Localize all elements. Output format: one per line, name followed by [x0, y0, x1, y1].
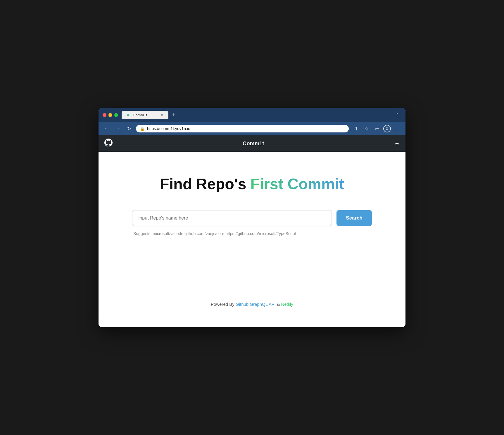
profile-button[interactable]: X [383, 125, 391, 132]
minimize-window-button[interactable] [108, 113, 112, 117]
powered-by-text: Powered By [211, 302, 234, 307]
hero-heading-gradient: First Commit [250, 175, 344, 193]
github-logo-icon [104, 139, 113, 149]
close-window-button[interactable] [103, 113, 106, 117]
sidebar-button[interactable]: ▭ [373, 124, 382, 133]
hero-heading-black: Find Repo's [160, 175, 246, 193]
graphql-api-link[interactable]: Github GraphQL API [236, 302, 276, 307]
active-tab[interactable]: Comm1t × [122, 111, 168, 119]
tab-menu-button[interactable]: ˅ [393, 111, 401, 119]
back-button[interactable]: ← [103, 125, 111, 133]
browser-chrome: Comm1t × + ˅ ← → ↻ 🔒 https://comm1t.yuy1… [99, 108, 405, 135]
browser-addressbar: ← → ↻ 🔒 https://comm1t.yuy1n.io ⬆ ☆ ▭ X … [99, 122, 405, 135]
theme-toggle-button[interactable]: ☀ [394, 140, 400, 147]
traffic-lights [103, 113, 118, 117]
app-header: Comm1t ☀ [99, 135, 405, 152]
address-text: https://comm1t.yuy1n.io [147, 126, 345, 131]
app-title: Comm1t [113, 141, 394, 147]
repo-search-input[interactable] [132, 210, 332, 226]
tab-close-button[interactable]: × [160, 113, 164, 117]
browser-window: Comm1t × + ˅ ← → ↻ 🔒 https://comm1t.yuy1… [99, 108, 405, 327]
tab-logo-icon [126, 113, 130, 117]
bookmark-button[interactable]: ☆ [362, 124, 371, 133]
browser-menu-button[interactable]: ⋮ [393, 124, 401, 133]
search-area: Search [132, 210, 372, 226]
refresh-button[interactable]: ↻ [125, 125, 133, 133]
browser-actions: ⬆ ☆ ▭ X ⋮ [352, 124, 401, 133]
maximize-window-button[interactable] [114, 113, 118, 117]
netlify-link[interactable]: Netlify [281, 302, 293, 307]
tab-title: Comm1t [133, 113, 157, 117]
forward-button[interactable]: → [114, 125, 122, 133]
page-content: Find Repo's First Commit Search Suggests… [99, 152, 405, 327]
page-footer: Powered By Github GraphQL API & Netlify [202, 293, 302, 315]
footer-separator: & [277, 302, 281, 307]
address-bar[interactable]: 🔒 https://comm1t.yuy1n.io [136, 125, 349, 132]
search-button[interactable]: Search [336, 210, 372, 226]
new-tab-button[interactable]: + [170, 111, 178, 119]
tab-favicon [126, 113, 130, 117]
search-suggestions: Suggests: microsoft/vscode github.com/vu… [132, 231, 372, 236]
browser-tabs: Comm1t × + [122, 111, 390, 119]
share-button[interactable]: ⬆ [352, 124, 360, 133]
browser-titlebar: Comm1t × + ˅ [99, 108, 405, 122]
hero-heading: Find Repo's First Commit [160, 175, 344, 193]
lock-icon: 🔒 [140, 127, 145, 131]
